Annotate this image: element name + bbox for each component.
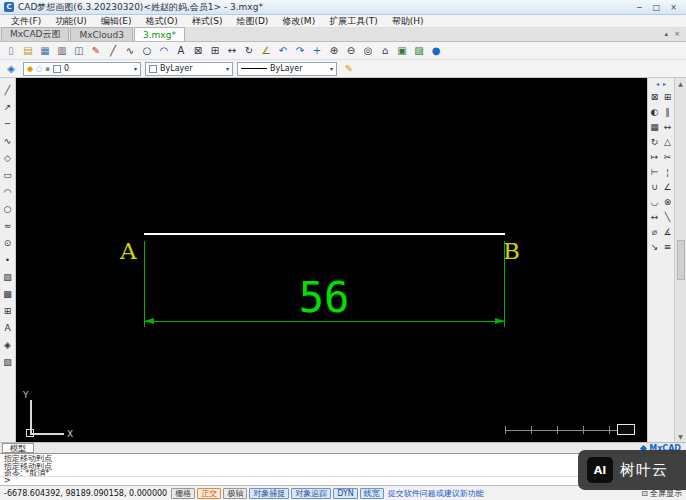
- modify-tool-rotate[interactable]: ↻: [649, 136, 661, 148]
- modify-tool-dim-aligned[interactable]: ╲: [662, 211, 674, 223]
- draw-tool-polygon[interactable]: ◇: [1, 151, 14, 164]
- toolbar-icon-line[interactable]: ╱: [105, 43, 121, 58]
- menu-item[interactable]: 修改(M): [275, 15, 322, 28]
- toolbar-icon-zoom-in[interactable]: ⊕: [326, 43, 342, 58]
- collapse-tabs-icon[interactable]: ▴: [665, 30, 669, 38]
- modify-tool-dim-radius[interactable]: ⌀: [649, 226, 661, 238]
- toolbar-icon-copy[interactable]: ⊞: [207, 43, 223, 58]
- modify-tool-dim-angular[interactable]: ∡: [662, 226, 674, 238]
- maximize-button[interactable]: □: [648, 1, 665, 13]
- draw-tool-image-attach[interactable]: ▧: [1, 355, 14, 368]
- draw-tool-line[interactable]: ╱: [1, 83, 14, 96]
- status-toggle-grid[interactable]: 栅格: [171, 488, 195, 499]
- toolbar-icon-new[interactable]: ▯: [3, 43, 19, 58]
- draw-tool-block-insert[interactable]: ◈: [1, 338, 14, 351]
- menu-item[interactable]: 扩展工具(T): [322, 15, 385, 28]
- toolbar-icon-redo[interactable]: ↷: [292, 43, 308, 58]
- draworder-pencil-icon[interactable]: ✎: [341, 61, 357, 76]
- toolbar-icon-pan[interactable]: +: [309, 43, 325, 58]
- modify-tool-array[interactable]: ▦: [649, 121, 661, 133]
- draw-tool-point[interactable]: •: [1, 253, 14, 266]
- draw-tool-circle[interactable]: ○: [1, 202, 14, 215]
- menu-item[interactable]: 绘图(D): [229, 15, 275, 28]
- feedback-link[interactable]: 提交软件问题或建议新功能: [388, 488, 484, 499]
- modify-tool-chamfer[interactable]: ∠: [662, 181, 674, 193]
- draw-tool-region[interactable]: ▩: [1, 287, 14, 300]
- toolbar-icon-arc[interactable]: ◠: [156, 43, 172, 58]
- menu-item[interactable]: 格式(O): [139, 15, 185, 28]
- toolbar-icon-save[interactable]: ▦: [37, 43, 53, 58]
- modify-tool-stretch[interactable]: ↦: [649, 151, 661, 163]
- drawing-canvas[interactable]: A B 56 Y X: [16, 78, 647, 442]
- status-toggle-osnap[interactable]: 对象捕捉: [249, 488, 289, 499]
- toolbar-icon-format-brush[interactable]: ✎: [88, 43, 104, 58]
- toolbar-icon-image-insert[interactable]: ▨: [411, 43, 427, 58]
- document-tab-3mxg[interactable]: 3.mxg*: [134, 27, 185, 41]
- layer-dropdown[interactable]: ● ○ ▪ 0 ▾: [23, 62, 141, 76]
- modify-tool-scale[interactable]: △: [662, 136, 674, 148]
- modify-tool-mirror[interactable]: ◐: [649, 106, 661, 118]
- status-toggle-polar[interactable]: 极轴: [223, 488, 247, 499]
- scroll-up-icon[interactable]: ▲: [678, 80, 683, 87]
- draw-tool-rectangle[interactable]: ▭: [1, 168, 14, 181]
- menu-item[interactable]: 帮助(H): [385, 15, 431, 28]
- toolbar-icon-rotate[interactable]: ↻: [241, 43, 257, 58]
- modify-tool-trim[interactable]: ✂: [662, 151, 674, 163]
- status-toggle-dyn[interactable]: DYN: [333, 488, 358, 499]
- modify-tool-dim-linear[interactable]: ↔: [649, 211, 661, 223]
- modify-tool-erase[interactable]: ⊠: [649, 91, 661, 103]
- modify-tool-join[interactable]: ∪: [649, 181, 661, 193]
- toolbar-icon-print-preview[interactable]: ◫: [71, 43, 87, 58]
- scrollbar-thumb[interactable]: [677, 240, 685, 280]
- panel-scrollbar[interactable]: ▲ ▼: [674, 78, 686, 442]
- modify-tool-break[interactable]: ¦: [662, 166, 674, 178]
- toolbar-icon-zoom-extents[interactable]: ◎: [360, 43, 376, 58]
- modify-tool-explode[interactable]: ⊗: [662, 196, 674, 208]
- toolbar-icon-erase[interactable]: ⊠: [190, 43, 206, 58]
- panel-collapse-left-icon[interactable]: ◂: [656, 80, 659, 89]
- close-button[interactable]: ×: [665, 1, 682, 13]
- toolbar-icon-cloud-sync[interactable]: ●: [428, 43, 444, 58]
- modify-tool-offset[interactable]: ∥: [662, 106, 674, 118]
- status-toggle-otrack[interactable]: 对象追踪: [291, 488, 331, 499]
- menu-item[interactable]: 功能(U): [48, 15, 94, 28]
- draw-tool-spline[interactable]: ≈: [1, 219, 14, 232]
- draw-tool-table[interactable]: ⊞: [1, 304, 14, 317]
- document-tab-mxcloud3[interactable]: MxCloud3: [70, 27, 133, 41]
- draw-tool-ellipse[interactable]: ⊙: [1, 236, 14, 249]
- toolbar-icon-print[interactable]: ▥: [54, 43, 70, 58]
- menu-item[interactable]: 文件(F): [4, 15, 48, 28]
- toolbar-icon-undo[interactable]: ↶: [275, 43, 291, 58]
- draw-tool-polyline[interactable]: ∿: [1, 134, 14, 147]
- menu-item[interactable]: 编辑(E): [94, 15, 139, 28]
- modify-tool-move[interactable]: ↔: [662, 121, 674, 133]
- toolbar-icon-open[interactable]: ▤: [20, 43, 36, 58]
- toolbar-icon-circle[interactable]: ○: [139, 43, 155, 58]
- toolbar-icon-move[interactable]: ↔: [224, 43, 240, 58]
- linetype-dropdown[interactable]: ByLayer ▾: [237, 62, 337, 76]
- scroll-down-icon[interactable]: ▼: [678, 433, 683, 440]
- toolbar-icon-named-views[interactable]: ⌂: [377, 43, 393, 58]
- toolbar-icon-viewport[interactable]: ▣: [394, 43, 410, 58]
- close-tab-icon[interactable]: ×: [674, 30, 680, 38]
- status-toggle-lineweight[interactable]: 线宽: [360, 488, 384, 499]
- toolbar-icon-zoom-out[interactable]: ⊖: [343, 43, 359, 58]
- modify-tool-dim-style[interactable]: ≡: [662, 241, 674, 253]
- minimize-button[interactable]: ─: [631, 1, 648, 13]
- draw-tool-arc[interactable]: ◠: [1, 185, 14, 198]
- modify-tool-fillet[interactable]: ◡: [649, 196, 661, 208]
- status-toggle-ortho[interactable]: 正交: [197, 488, 221, 499]
- modify-tool-extend[interactable]: ⊢: [649, 166, 661, 178]
- panel-collapse-right-icon[interactable]: ▸: [663, 80, 666, 89]
- draw-tool-hatch[interactable]: ▨: [1, 270, 14, 283]
- toolbar-icon-text[interactable]: A: [173, 43, 189, 58]
- layers-palette-icon[interactable]: ◈: [3, 61, 19, 76]
- toolbar-icon-measure[interactable]: ∠: [258, 43, 274, 58]
- document-tab-mxcad-cloud[interactable]: MxCAD云图: [1, 27, 69, 41]
- menu-item[interactable]: 样式(S): [185, 15, 230, 28]
- modify-tool-leader[interactable]: ↘: [649, 241, 661, 253]
- draw-tool-construction-line[interactable]: ─: [1, 117, 14, 130]
- draw-tool-mtext[interactable]: A: [1, 321, 14, 334]
- tab-model[interactable]: 模型: [2, 443, 34, 453]
- color-dropdown[interactable]: ByLayer ▾: [145, 62, 233, 76]
